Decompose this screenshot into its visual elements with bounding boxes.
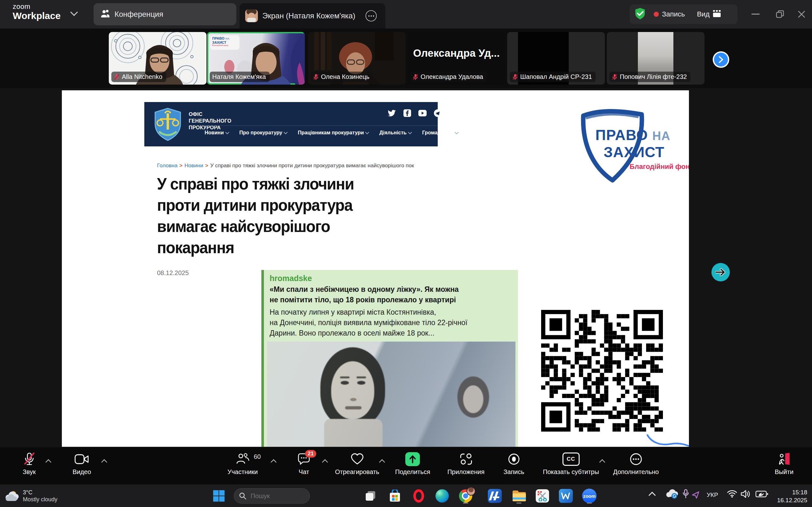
tab-options-icon[interactable]: [366, 10, 377, 21]
wifi-icon[interactable]: [727, 490, 737, 498]
location-in-use-icon[interactable]: [692, 491, 700, 499]
chat-label: Чат: [299, 468, 309, 475]
task-view-icon[interactable]: [363, 488, 379, 504]
breadcrumb-current: У справі про тяжкі злочини проти дитини …: [210, 163, 414, 169]
snipping-tool-icon[interactable]: [534, 488, 551, 504]
article-title: У справі про тяжкі злочини проти дитини …: [157, 173, 354, 258]
breadcrumb-news[interactable]: Новини: [185, 163, 203, 169]
language-indicator[interactable]: УКР: [707, 492, 718, 498]
video-tile-natalia[interactable]: ПРАВО НА ЗАХИСТ Благодійний фонд Наталя …: [207, 32, 305, 84]
captions-button[interactable]: CC Показать субтитры: [543, 452, 599, 475]
search-input[interactable]: [250, 492, 305, 500]
minimize-button[interactable]: [747, 6, 764, 23]
tab-screen-share[interactable]: Экран (Наталя Кожем'яка): [240, 3, 386, 29]
people-icon: [101, 9, 110, 19]
heart-icon: [351, 452, 364, 466]
video-tile-popovych[interactable]: Попович Лілія фте-232: [607, 32, 705, 84]
meeting-toolbar: Звук Видео Участники 60 Чат 21 Отреагиро…: [0, 447, 812, 484]
muted-mic-icon: [114, 74, 119, 80]
apps-icon: [460, 452, 472, 466]
audio-options-chevron[interactable]: [45, 459, 51, 465]
quote-line: Дарини. Воно пролежало в оселі майже 18 …: [270, 328, 518, 338]
participant-name: Олександра Удалова: [420, 73, 483, 80]
nav-about[interactable]: Про прокуратуру: [240, 130, 287, 135]
microsoft-store-icon[interactable]: [387, 488, 403, 504]
more-button[interactable]: Дополнительно: [613, 452, 659, 475]
volume-icon[interactable]: [740, 490, 751, 498]
breadcrumb-home[interactable]: Головна: [157, 163, 177, 169]
audio-label: Звук: [22, 468, 36, 475]
pnz-word2: ЗАХИСТ: [604, 144, 664, 161]
video-tile-shapoval[interactable]: Шаповал Андрій СР-231: [507, 32, 605, 84]
recording-label[interactable]: Запись: [662, 10, 685, 18]
video-tile-olena[interactable]: Олена Козинець: [308, 32, 406, 84]
close-button[interactable]: [793, 6, 810, 23]
muted-mic-icon: [313, 74, 319, 80]
next-participants-button[interactable]: [713, 51, 729, 68]
video-options-chevron[interactable]: [101, 459, 107, 465]
twitter-icon[interactable]: [388, 109, 396, 117]
leave-label: Выйти: [774, 468, 793, 475]
quote-bold-line: не помітити тіло, що 18 років пролежало …: [270, 295, 518, 305]
tab-conference[interactable]: Конференция: [94, 3, 236, 25]
leave-button[interactable]: Выйти: [774, 452, 793, 475]
chat-unread-badge: 21: [305, 450, 316, 458]
chrome-icon[interactable]: [457, 488, 474, 504]
share-button[interactable]: Поделиться: [395, 452, 430, 475]
nav-activity[interactable]: Діяльність: [379, 130, 411, 135]
tray-time: 15:18: [774, 488, 807, 496]
video-button[interactable]: Видео: [72, 452, 91, 475]
mic-in-use-icon[interactable]: [682, 489, 689, 498]
video-tile-alla[interactable]: Alla Nitchenko: [109, 32, 206, 84]
weather-widget[interactable]: 3°C Mostly cloudy: [4, 486, 80, 506]
chat-options-chevron[interactable]: [322, 459, 328, 465]
share-label: Поделиться: [395, 468, 430, 475]
telegram-icon[interactable]: [434, 109, 442, 117]
zoom-app-icon[interactable]: zoom: [581, 488, 598, 504]
react-options-chevron[interactable]: [379, 459, 385, 465]
tab-screen-share-label: Экран (Наталя Кожем'яка): [262, 11, 355, 20]
pen-annotation: [646, 433, 689, 447]
view-grid-icon[interactable]: [713, 10, 721, 19]
start-button[interactable]: [211, 488, 227, 504]
view-label[interactable]: Вид: [697, 10, 710, 18]
file-explorer-icon[interactable]: [511, 488, 527, 504]
taskbar-search[interactable]: [234, 488, 310, 504]
onedrive-icon[interactable]: [665, 489, 679, 499]
captions-options-chevron[interactable]: [599, 459, 605, 465]
nav-news[interactable]: Новини: [205, 130, 229, 135]
edge-icon[interactable]: [434, 488, 450, 504]
tray-expand-chevron[interactable]: [650, 490, 655, 498]
article-photo: [267, 342, 515, 447]
site-nav: Новини Про прокуратуру Працівникам проку…: [205, 130, 472, 135]
react-button[interactable]: Отреагировать: [335, 452, 379, 475]
workspace-dropdown-chevron[interactable]: [71, 9, 77, 15]
facebook-icon[interactable]: [403, 109, 411, 117]
opera-icon[interactable]: [410, 488, 427, 504]
restore-button[interactable]: [771, 6, 789, 23]
nav-cut[interactable]: К: [469, 130, 472, 135]
word-icon[interactable]: [558, 488, 574, 504]
audio-button[interactable]: Звук: [22, 452, 36, 475]
zoom-title-bar: zoom Workplace Конференция Экран (Наталя…: [0, 0, 812, 29]
video-tile-oleksandra[interactable]: Олександра Уд... Олександра Удалова: [408, 32, 505, 84]
participants-button[interactable]: Участники: [227, 452, 258, 475]
apps-button[interactable]: Приложения: [447, 452, 484, 475]
nav-citizens[interactable]: Громадянам: [422, 130, 458, 135]
record-button[interactable]: Запись: [503, 452, 524, 475]
pnz-subtitle: Благодійний фонд: [629, 163, 689, 171]
pnz-logo: ПРАВО НА ЗАХИСТ Благодійний фонд: [576, 107, 689, 186]
participants-options-chevron[interactable]: [270, 459, 276, 465]
nav-employees[interactable]: Працівникам прокуратури: [298, 130, 368, 135]
security-shield-icon[interactable]: [635, 8, 646, 21]
pnz-word1: ПРАВО НА: [595, 126, 670, 144]
participant-name: Наталя Кожем'яка: [212, 73, 266, 80]
youtube-icon[interactable]: [418, 109, 426, 117]
clock[interactable]: 15:18 16.12.2025: [774, 488, 807, 504]
arrow-right-icon: [715, 268, 726, 276]
app-icon-a[interactable]: [487, 488, 503, 504]
participants-filmstrip: Alla Nitchenko ПРАВО НА ЗАХИСТ Благодійн…: [0, 29, 812, 88]
participant-name-tag: Наталя Кожем'яка: [210, 72, 270, 82]
battery-icon[interactable]: [756, 490, 768, 498]
zoom-workplace-logo: zoom Workplace: [13, 3, 61, 20]
